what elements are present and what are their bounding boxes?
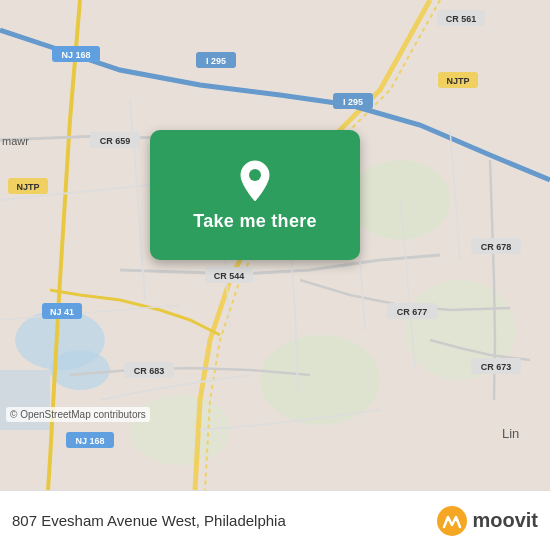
svg-text:NJ 41: NJ 41 (50, 307, 74, 317)
svg-text:CR 683: CR 683 (134, 366, 165, 376)
svg-point-38 (249, 169, 261, 181)
svg-text:I 295: I 295 (206, 56, 226, 66)
map-area: mawr NJ 168 I 295 CR 561 NJTP CR 659 I 2… (0, 0, 550, 490)
svg-text:NJ 168: NJ 168 (75, 436, 104, 446)
moovit-logo-icon (436, 505, 468, 537)
svg-text:Lin: Lin (502, 426, 519, 441)
svg-text:mawr: mawr (2, 135, 29, 147)
svg-text:CR 544: CR 544 (214, 271, 245, 281)
bottom-bar: 807 Evesham Avenue West, Philadelphia mo… (0, 490, 550, 550)
svg-text:NJTP: NJTP (16, 182, 39, 192)
svg-point-2 (50, 350, 110, 390)
location-pin-icon (236, 159, 274, 203)
svg-text:CR 659: CR 659 (100, 136, 131, 146)
svg-point-6 (130, 395, 230, 465)
svg-text:NJTP: NJTP (446, 76, 469, 86)
svg-text:CR 673: CR 673 (481, 362, 512, 372)
moovit-logo[interactable]: moovit (436, 505, 538, 537)
copyright-text: © OpenStreetMap contributors (6, 407, 150, 422)
svg-text:CR 677: CR 677 (397, 307, 428, 317)
svg-text:NJ 168: NJ 168 (61, 50, 90, 60)
svg-text:CR 561: CR 561 (446, 14, 477, 24)
svg-text:I 295: I 295 (343, 97, 363, 107)
take-me-there-label: Take me there (193, 211, 317, 232)
take-me-there-card[interactable]: Take me there (150, 130, 360, 260)
address-text: 807 Evesham Avenue West, Philadelphia (12, 512, 286, 529)
svg-point-39 (437, 506, 467, 536)
svg-text:CR 678: CR 678 (481, 242, 512, 252)
moovit-text: moovit (472, 509, 538, 532)
